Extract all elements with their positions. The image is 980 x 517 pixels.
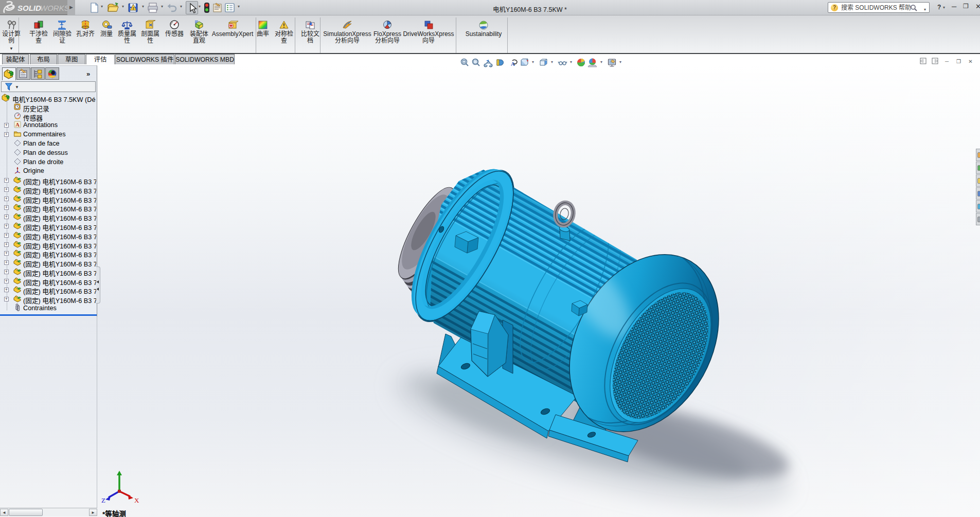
- svg-text:WORKS: WORKS: [40, 4, 67, 12]
- svg-text:SOLID: SOLID: [17, 4, 41, 12]
- svg-text:X: X: [134, 496, 139, 504]
- svg-text:Z: Z: [101, 496, 105, 504]
- svg-text:!: !: [133, 6, 134, 11]
- svg-text:A: A: [15, 121, 20, 128]
